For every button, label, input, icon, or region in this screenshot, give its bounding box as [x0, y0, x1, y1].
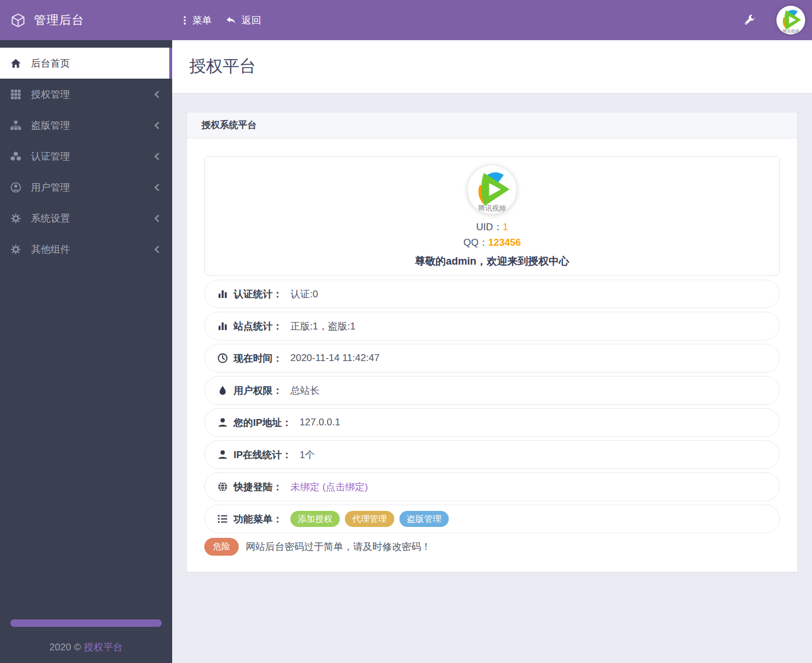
row-label: 用户权限：	[234, 384, 282, 397]
ellipsis-v-icon	[182, 15, 187, 26]
chevron-left-icon	[153, 214, 161, 223]
row-user-role: 用户权限： 总站长	[204, 376, 780, 405]
sidebar: 后台首页 授权管理 盗版管理 认证管理 用户管理 系统设置 其他组件 2020 …	[0, 40, 172, 663]
page-header: 授权平台	[172, 40, 812, 94]
badge-agent-manage[interactable]: 代理管理	[345, 511, 394, 527]
sidebar-item-label: 其他组件	[31, 243, 70, 256]
your-ip-value: 127.0.0.1	[300, 417, 340, 428]
profile-box: 腾讯视频 UID：1 QQ：123456 尊敬的admin，欢迎来到授权中心	[204, 156, 780, 276]
list-icon	[217, 513, 228, 525]
info-rows: 认证统计： 认证:0 站点统计： 正版:1，盗版:1 现在时间： 2020-11…	[204, 280, 780, 533]
sidebar-item-user-manage[interactable]: 用户管理	[0, 172, 172, 203]
avatar[interactable]: 腾讯视频	[776, 6, 805, 34]
globe-icon	[217, 481, 228, 493]
current-time-value: 2020-11-14 11:42:47	[290, 352, 379, 364]
user-role-value: 总站长	[290, 384, 320, 397]
card-body: 腾讯视频 UID：1 QQ：123456 尊敬的admin，欢迎来到授权中心 认…	[187, 138, 797, 572]
tencent-video-logo: 腾讯视频	[468, 165, 516, 214]
row-label: 您的IP地址：	[234, 416, 292, 429]
row-label: IP在线统计：	[234, 448, 292, 462]
chevron-left-icon	[153, 90, 161, 99]
row-label: 功能菜单：	[234, 513, 282, 526]
copyright-year: 2020 ©	[49, 642, 84, 653]
danger-badge: 危险	[204, 538, 239, 556]
function-menu-badges: 添加授权代理管理盗版管理	[290, 511, 449, 527]
row-function-menu: 功能菜单： 添加授权代理管理盗版管理	[204, 505, 780, 533]
alert-text: 网站后台密码过于简单，请及时修改密码！	[246, 540, 431, 553]
row-label: 站点统计：	[234, 320, 282, 333]
uid-value: 1	[503, 222, 508, 232]
row-ip-online: IP在线统计： 1个	[204, 440, 780, 469]
uid-line: UID：1	[205, 219, 779, 235]
password-alert: 危险 网站后台密码过于简单，请及时修改密码！	[204, 538, 780, 556]
app-title: 管理后台	[34, 12, 84, 28]
page-title: 授权平台	[189, 55, 256, 78]
sidebar-nav: 后台首页 授权管理 盗版管理 认证管理 用户管理 系统设置 其他组件	[0, 40, 172, 265]
bar-chart-icon	[217, 288, 228, 300]
sidebar-footer: 2020 © 授权平台	[0, 619, 172, 663]
qq-value: 123456	[488, 237, 521, 248]
sitemap-icon	[10, 119, 22, 131]
sidebar-item-home[interactable]: 后台首页	[0, 48, 172, 79]
row-quick-login: 快捷登陆： 未绑定 (点击绑定)	[204, 472, 780, 501]
badge-add-auth[interactable]: 添加授权	[290, 511, 340, 527]
sidebar-item-other-components[interactable]: 其他组件	[0, 234, 172, 265]
back-button-label: 返回	[242, 14, 261, 27]
qq-label: QQ：	[463, 237, 488, 248]
topbar: 管理后台 菜单 返回 腾讯视频	[0, 0, 812, 40]
row-your-ip: 您的IP地址： 127.0.0.1	[204, 408, 780, 437]
back-button[interactable]: 返回	[226, 14, 261, 27]
menu-button-label: 菜单	[192, 14, 212, 27]
quick-login-value-link[interactable]: 未绑定 (点击绑定)	[290, 480, 368, 494]
cube-icon	[10, 13, 26, 28]
row-label: 快捷登陆：	[234, 480, 282, 494]
badge-piracy-manage[interactable]: 盗版管理	[399, 511, 449, 527]
brand: 管理后台	[0, 12, 172, 28]
qq-line: QQ：123456	[205, 235, 779, 250]
row-site-stats: 站点统计： 正版:1，盗版:1	[204, 312, 780, 340]
sidebar-footer-bar	[10, 619, 162, 627]
row-current-time: 现在时间： 2020-11-14 11:42:47	[204, 344, 780, 373]
sidebar-item-cert-manage[interactable]: 认证管理	[0, 141, 172, 172]
user-icon	[217, 417, 228, 428]
sidebar-item-label: 用户管理	[31, 181, 70, 194]
clock-icon	[217, 352, 228, 364]
content: 授权系统平台 腾讯视频 UID：1 QQ：123456 尊敬的admin，欢迎来…	[172, 94, 812, 572]
user-icon	[217, 449, 228, 460]
sidebar-item-label: 授权管理	[31, 88, 70, 101]
sidebar-item-piracy-manage[interactable]: 盗版管理	[0, 110, 172, 141]
chevron-left-icon	[153, 183, 161, 192]
welcome-text: 尊敬的admin，欢迎来到授权中心	[205, 254, 779, 268]
sidebar-item-system-settings[interactable]: 系统设置	[0, 203, 172, 234]
ip-online-value: 1个	[300, 448, 314, 462]
gear-icon	[10, 212, 22, 224]
auth-stats-value: 认证:0	[290, 288, 318, 301]
chevron-left-icon	[153, 152, 161, 161]
chevron-left-icon	[153, 245, 161, 254]
svg-text:腾讯视频: 腾讯视频	[478, 204, 506, 212]
sidebar-item-label: 认证管理	[31, 150, 70, 163]
cubes-icon	[10, 150, 22, 162]
drop-icon	[217, 385, 228, 396]
gear-icon	[10, 243, 22, 255]
chevron-left-icon	[153, 121, 161, 130]
reply-icon	[226, 15, 236, 26]
main-area: 授权平台 授权系统平台 腾讯视频 UID：1 QQ：123456 尊敬的admi…	[172, 40, 812, 663]
row-label: 现在时间：	[234, 352, 282, 365]
grid-icon	[10, 88, 22, 100]
row-auth-stats: 认证统计： 认证:0	[204, 280, 780, 308]
user-circle-icon	[10, 181, 22, 193]
row-label: 认证统计：	[234, 288, 282, 301]
wrench-icon[interactable]	[743, 14, 756, 26]
uid-label: UID：	[476, 222, 503, 232]
sidebar-item-auth-manage[interactable]: 授权管理	[0, 79, 172, 110]
sidebar-item-label: 后台首页	[31, 57, 70, 70]
auth-platform-card: 授权系统平台 腾讯视频 UID：1 QQ：123456 尊敬的admin，欢迎来…	[187, 112, 798, 572]
card-header: 授权系统平台	[187, 113, 797, 138]
copyright-link[interactable]: 授权平台	[84, 642, 123, 653]
svg-text:腾讯视频: 腾讯视频	[783, 29, 800, 34]
sidebar-item-label: 盗版管理	[31, 119, 70, 132]
menu-button[interactable]: 菜单	[182, 14, 212, 27]
home-icon	[10, 57, 22, 69]
sidebar-item-label: 系统设置	[31, 212, 70, 225]
